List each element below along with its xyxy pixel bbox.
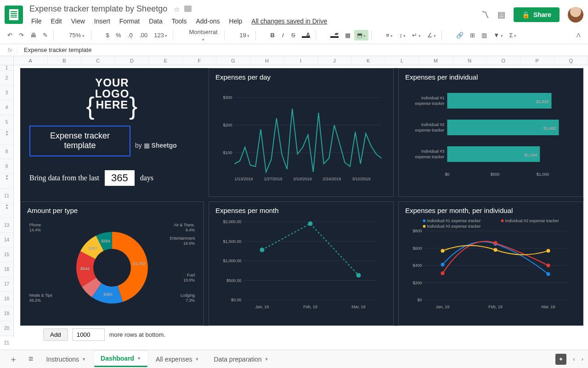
currency-icon[interactable]: $ xyxy=(103,30,112,40)
share-button[interactable]: 🔒Share xyxy=(514,7,560,22)
row-header[interactable]: 5 xyxy=(0,115,13,130)
col-header[interactable]: B xyxy=(48,56,82,65)
comment-icon[interactable]: ▤ xyxy=(498,10,505,20)
col-header[interactable]: J xyxy=(318,56,352,65)
col-header[interactable]: G xyxy=(216,56,250,65)
link-icon[interactable]: 🔗 xyxy=(453,30,466,40)
col-header[interactable]: I xyxy=(284,56,318,65)
font-size-select[interactable]: 19 xyxy=(236,30,253,40)
col-header[interactable]: A xyxy=(14,56,48,65)
menu-data[interactable]: Data xyxy=(145,16,166,27)
row-header[interactable]: 15 xyxy=(0,247,13,262)
doc-title[interactable]: Expense tracker template by Sheetgo xyxy=(28,3,169,15)
fx-icon[interactable]: fx xyxy=(3,47,17,53)
menu-format[interactable]: Format xyxy=(116,16,143,27)
chart-insert-icon[interactable]: ▥ xyxy=(479,30,490,40)
col-header[interactable]: H xyxy=(250,56,284,65)
borders-button[interactable]: ▦ xyxy=(342,30,353,40)
row-header[interactable]: ▴▾ xyxy=(0,174,13,189)
row-header[interactable]: 3 xyxy=(0,86,13,100)
scroll-right-icon[interactable]: › xyxy=(582,356,583,362)
add-sheet-icon[interactable]: ＋ xyxy=(5,354,22,365)
col-header[interactable]: F xyxy=(183,56,217,65)
col-header[interactable]: L xyxy=(385,56,419,65)
col-header[interactable]: P xyxy=(520,56,554,65)
row-header[interactable]: 13 xyxy=(0,218,13,233)
row-header[interactable]: 14 xyxy=(0,233,13,247)
row-header[interactable]: ▴▾ xyxy=(0,130,13,144)
row-header[interactable]: 4 xyxy=(0,100,13,115)
rotate-button[interactable]: ∠ xyxy=(424,30,439,40)
star-icon[interactable]: ☆ xyxy=(174,6,180,14)
tab-all-expenses[interactable]: All expenses▼ xyxy=(149,351,205,367)
row-header[interactable]: 17 xyxy=(0,277,13,292)
paint-format-icon[interactable]: ✎ xyxy=(40,30,51,40)
wrap-button[interactable]: ↵ xyxy=(409,30,424,40)
avatar[interactable] xyxy=(568,7,583,23)
col-header[interactable]: M xyxy=(419,56,453,65)
scroll-left-icon[interactable]: ‹ xyxy=(573,356,575,362)
explore-button[interactable]: ✦ xyxy=(555,354,566,365)
col-header[interactable]: N xyxy=(453,56,487,65)
zoom-select[interactable]: 75% xyxy=(65,30,88,40)
dec-increase-icon[interactable]: .00 xyxy=(136,30,150,40)
italic-button[interactable]: I xyxy=(278,30,288,40)
menu-view[interactable]: View xyxy=(68,16,89,27)
strike-button[interactable]: S xyxy=(288,30,298,40)
row-header[interactable]: 1 xyxy=(0,65,13,71)
svg-rect-15 xyxy=(447,120,559,135)
svg-text:$200: $200 xyxy=(223,123,232,127)
col-header[interactable]: E xyxy=(149,56,183,65)
row-header[interactable]: 2 xyxy=(0,71,13,86)
days-input[interactable]: 365 xyxy=(105,170,135,186)
print-icon[interactable]: 🖶 xyxy=(28,30,39,40)
tab-instructions[interactable]: Instructions▼ xyxy=(40,351,93,367)
col-header[interactable]: K xyxy=(351,56,385,65)
collapse-toolbar-icon[interactable]: ᐱ xyxy=(574,30,583,40)
menu-insert[interactable]: Insert xyxy=(90,16,114,27)
comment-insert-icon[interactable]: ⊞ xyxy=(467,30,478,40)
all-sheets-icon[interactable]: ≡ xyxy=(24,354,38,364)
percent-icon[interactable]: % xyxy=(113,30,124,40)
row-header[interactable]: 9 xyxy=(0,159,13,174)
functions-icon[interactable]: Σ xyxy=(507,30,520,40)
template-title-box[interactable]: Expense tracker template xyxy=(29,126,130,156)
menu-edit[interactable]: Edit xyxy=(47,16,66,27)
add-rows-input[interactable] xyxy=(73,328,105,341)
add-rows-button[interactable]: Add xyxy=(43,328,68,341)
col-header[interactable]: O xyxy=(486,56,520,65)
menu-add-ons[interactable]: Add-ons xyxy=(192,16,223,27)
tab-data-preparation[interactable]: Data preparation▼ xyxy=(207,351,275,367)
row-header[interactable]: 19 xyxy=(0,306,13,321)
valign-button[interactable]: ↕ xyxy=(396,30,408,40)
tab-dashboard[interactable]: Dashboard▼ xyxy=(94,351,147,367)
text-color-button[interactable] xyxy=(299,29,313,41)
folder-icon[interactable] xyxy=(184,6,192,12)
trend-icon[interactable]: 〽 xyxy=(481,10,489,20)
dec-decrease-icon[interactable]: .0̣ xyxy=(125,30,136,40)
row-header[interactable]: 18 xyxy=(0,292,13,306)
more-formats[interactable]: 123 xyxy=(151,30,170,40)
row-header[interactable]: 20 xyxy=(0,321,13,336)
font-family-select[interactable]: Montserrat xyxy=(185,27,221,44)
filter-icon[interactable]: ▼ xyxy=(491,30,505,40)
menu-tools[interactable]: Tools xyxy=(168,16,191,27)
row-header[interactable]: 21 xyxy=(0,336,13,351)
formula-input[interactable]: Expense tracker template xyxy=(17,46,91,53)
undo-icon[interactable]: ↶ xyxy=(5,30,15,40)
menu-help[interactable]: Help xyxy=(226,16,246,27)
fill-color-button[interactable] xyxy=(328,29,341,41)
menu-file[interactable]: File xyxy=(28,16,45,27)
merge-button[interactable]: ⬒ xyxy=(354,30,369,40)
bold-button[interactable]: B xyxy=(267,30,277,40)
col-header[interactable]: Q xyxy=(554,56,588,65)
col-header[interactable]: D xyxy=(115,56,149,65)
redo-icon[interactable]: ↷ xyxy=(16,30,27,40)
row-header[interactable]: 16 xyxy=(0,262,13,277)
col-header[interactable]: C xyxy=(81,56,115,65)
row-header[interactable]: 11 xyxy=(0,189,13,203)
row-header[interactable]: ▴▾ xyxy=(0,203,13,218)
row-header[interactable]: 8 xyxy=(0,144,13,159)
halign-button[interactable]: ≡ xyxy=(383,30,396,40)
sheets-app-icon[interactable] xyxy=(5,6,23,24)
